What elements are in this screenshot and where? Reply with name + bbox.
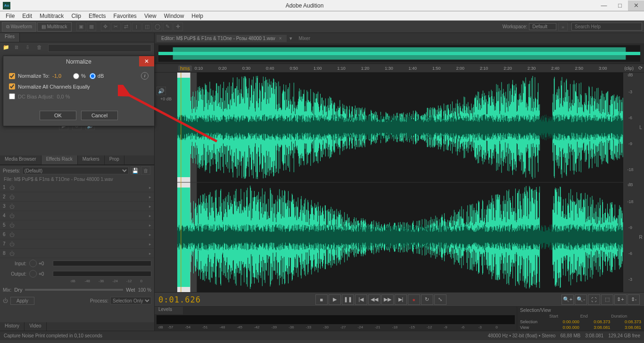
volume-button[interactable]: 🔊 xyxy=(157,87,166,95)
play-button[interactable]: ▶ xyxy=(329,294,341,305)
rewind-button[interactable]: ◀◀ xyxy=(368,294,380,305)
zoom-out-icon[interactable]: 🔍- xyxy=(575,294,587,305)
menu-window[interactable]: Window xyxy=(160,13,188,19)
presets-select[interactable]: (Default) xyxy=(22,167,129,174)
skip-selection-button[interactable]: ⤡ xyxy=(434,294,446,305)
tool-razor-icon[interactable]: ✂ xyxy=(111,23,121,31)
new-file-icon[interactable]: 🗎 xyxy=(14,44,23,52)
power-icon[interactable]: ⏻ xyxy=(9,213,16,219)
menu-view[interactable]: View xyxy=(140,13,160,19)
dialog-close-button[interactable]: ✕ xyxy=(139,56,154,66)
close-tab-icon[interactable]: × xyxy=(279,36,282,41)
effects-rack-tab[interactable]: Effects Rack xyxy=(41,155,78,164)
view-start[interactable]: 0:00.000 xyxy=(549,325,579,330)
all-channels-checkbox[interactable] xyxy=(9,83,15,90)
tool-move-icon[interactable]: ✥ xyxy=(101,23,110,31)
selection-start[interactable]: 0:00.000 xyxy=(549,319,579,324)
maximize-button[interactable]: □ xyxy=(612,0,628,11)
media-browser-tab[interactable]: Media Browser xyxy=(0,155,41,164)
timeline-ruler[interactable]: hms 0:100:200:300:400:501:001:101:201:30… xyxy=(155,64,644,73)
overview-waveform[interactable] xyxy=(155,43,644,64)
files-tab[interactable]: Files xyxy=(0,33,20,42)
search-help-input[interactable] xyxy=(571,23,642,31)
loop-button[interactable]: ↻ xyxy=(421,294,433,305)
menu-help[interactable]: Help xyxy=(188,13,207,19)
cancel-button[interactable]: Cancel xyxy=(81,111,118,120)
save-preset-icon[interactable]: 💾 xyxy=(131,166,140,175)
menu-edit[interactable]: Edit xyxy=(18,13,36,19)
stop-button[interactable]: ■ xyxy=(315,294,328,305)
fx-slot-8[interactable]: 8⏻▸ xyxy=(0,249,154,258)
menu-favorites[interactable]: Favorites xyxy=(110,13,140,19)
workspace-menu-icon[interactable]: » xyxy=(558,23,568,31)
zoom-out-vert-icon[interactable]: ⇕- xyxy=(627,294,640,305)
time-display[interactable]: 0:01.626 xyxy=(158,295,201,304)
tool-marquee-icon[interactable]: ◫ xyxy=(142,23,152,31)
power-icon[interactable]: ⏻ xyxy=(9,232,16,237)
power-icon[interactable]: ⏻ xyxy=(9,185,16,190)
menu-file[interactable]: File xyxy=(2,13,18,19)
minimize-button[interactable]: — xyxy=(596,0,612,11)
fx-slot-4[interactable]: 4⏻▸ xyxy=(0,211,154,220)
ok-button[interactable]: OK xyxy=(40,111,76,120)
mixer-tab[interactable]: Mixer xyxy=(294,35,315,42)
unit-db-radio[interactable] xyxy=(90,73,96,79)
rack-power-icon[interactable]: ⏻ xyxy=(3,298,10,303)
waveform-editor[interactable]: 🔊 +0 dB xyxy=(155,73,644,292)
zoom-in-vert-icon[interactable]: ⇕+ xyxy=(614,294,627,305)
fx-slot-2[interactable]: 2⏻▸ xyxy=(0,192,154,202)
close-button[interactable]: ✕ xyxy=(628,0,644,11)
import-icon[interactable]: ⇩ xyxy=(25,44,34,52)
zoom-full-icon[interactable]: ⛶ xyxy=(588,294,600,305)
tool-brush-icon[interactable]: ✎ xyxy=(163,23,173,31)
tool-hud-icon[interactable]: ▣ xyxy=(76,23,86,31)
pause-button[interactable]: ❚❚ xyxy=(342,294,354,305)
tab-menu-icon[interactable]: ▾ xyxy=(289,35,292,41)
fx-slot-6[interactable]: 6⏻▸ xyxy=(0,230,154,239)
multitrack-mode-button[interactable]: ▤ Multitrack xyxy=(37,22,72,32)
tool-lasso-icon[interactable]: ◯ xyxy=(153,23,162,31)
tool-slip-icon[interactable]: ⇄ xyxy=(122,23,131,31)
normalize-value[interactable]: -1,0 xyxy=(52,73,66,79)
mix-slider[interactable] xyxy=(25,289,123,291)
process-select[interactable]: Selection Only xyxy=(110,297,151,304)
menu-effects[interactable]: Effects xyxy=(85,13,109,19)
fx-slot-1[interactable]: 1⏻▸ xyxy=(0,183,154,192)
files-filter-input[interactable] xyxy=(48,44,151,52)
forward-button[interactable]: ▶▶ xyxy=(381,294,394,305)
record-button[interactable]: ● xyxy=(408,294,420,305)
levels-tab[interactable]: Levels xyxy=(155,307,183,314)
power-icon[interactable]: ⏻ xyxy=(9,241,16,247)
tool-spectral-icon[interactable]: ▦ xyxy=(87,23,96,31)
delete-preset-icon[interactable]: 🗑 xyxy=(141,166,150,175)
dc-bias-checkbox[interactable] xyxy=(9,93,15,99)
selection-view-tab[interactable]: Selection/View xyxy=(520,308,641,313)
waveform-mode-button[interactable]: ⧉ Waveform xyxy=(2,22,36,32)
tool-time-icon[interactable]: I xyxy=(132,23,141,31)
editor-tab-active[interactable]: Editor: M$ PuP$ & F1ns & T1One - Розы 48… xyxy=(157,35,287,42)
fx-slot-7[interactable]: 7⏻▸ xyxy=(0,239,154,249)
properties-tab[interactable]: Prop xyxy=(105,155,124,164)
fx-slot-5[interactable]: 5⏻▸ xyxy=(0,220,154,230)
output-knob[interactable] xyxy=(29,270,37,278)
workspace-select[interactable]: Default xyxy=(529,23,556,30)
history-tab[interactable]: History xyxy=(0,322,25,331)
menu-clip[interactable]: Clip xyxy=(67,13,85,19)
prev-button[interactable]: |◀ xyxy=(355,294,367,305)
unit-percent-radio[interactable] xyxy=(73,73,79,79)
next-button[interactable]: ▶| xyxy=(395,294,407,305)
trash-icon[interactable]: 🗑 xyxy=(37,44,45,52)
open-file-icon[interactable]: 📁 xyxy=(3,44,11,52)
power-icon[interactable]: ⏻ xyxy=(9,222,16,228)
normalize-to-checkbox[interactable] xyxy=(9,73,15,79)
power-icon[interactable]: ⏻ xyxy=(9,204,16,209)
zoom-selection-icon[interactable]: ⬚ xyxy=(601,294,613,305)
video-tab[interactable]: Video xyxy=(25,322,46,331)
apply-button[interactable]: Apply xyxy=(10,297,34,305)
markers-tab[interactable]: Markers xyxy=(78,155,105,164)
fx-slot-3[interactable]: 3⏻▸ xyxy=(0,202,154,211)
menu-multitrack[interactable]: Multitrack xyxy=(36,13,67,19)
view-end[interactable]: 3:08.081 xyxy=(580,325,611,330)
dialog-titlebar[interactable]: Normalize ✕ xyxy=(3,56,154,67)
zoom-in-icon[interactable]: 🔍+ xyxy=(561,294,574,305)
